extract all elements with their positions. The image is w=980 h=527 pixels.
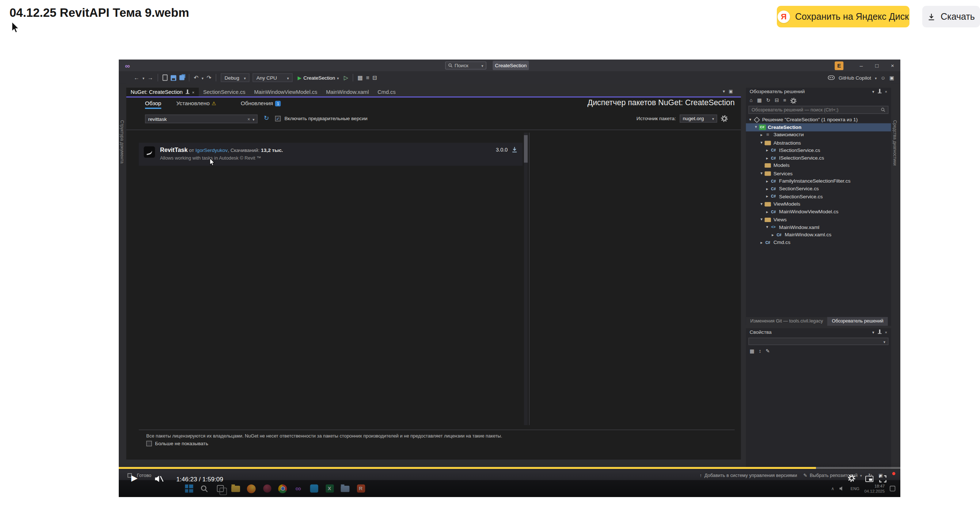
tree-item[interactable]: SelectionService.cs (746, 192, 891, 200)
player-settings-icon[interactable] (848, 475, 855, 482)
chevron-down-icon[interactable]: ▾ (253, 117, 254, 121)
revit-icon[interactable] (356, 484, 365, 493)
excel-icon[interactable] (325, 484, 334, 493)
tree-item[interactable]: MainWindowViewModel.cs (746, 208, 891, 216)
close-panel-icon[interactable]: × (885, 89, 887, 94)
diagnostic-tools-tab[interactable]: Средства диагностики (892, 120, 897, 165)
splitter[interactable] (529, 133, 530, 425)
start-without-debugging-icon[interactable]: ▷ (344, 75, 348, 81)
expander-icon[interactable] (759, 140, 764, 145)
close-tab-icon[interactable]: × (192, 90, 194, 94)
tree-item[interactable]: Abstractions (746, 139, 891, 146)
tree-item[interactable]: FamilyInstanceSelectionFilter.cs (746, 177, 891, 185)
expander-icon[interactable] (770, 232, 775, 237)
tree-item[interactable]: Зависимости (746, 131, 891, 139)
redo-icon[interactable]: ↷ (207, 75, 212, 81)
chevron-down-icon[interactable]: ▾ (872, 330, 874, 335)
refresh-icon[interactable]: ↻ (766, 97, 770, 103)
expander-icon[interactable] (759, 240, 764, 245)
home-icon[interactable]: ⌂ (750, 97, 753, 103)
task-view-icon[interactable] (216, 484, 224, 493)
expander-icon[interactable] (765, 194, 770, 199)
expander-icon[interactable] (765, 179, 770, 184)
pin-icon[interactable] (185, 89, 189, 95)
toolbar-collapse-icon[interactable]: ⊟ (372, 75, 377, 81)
visual-studio-icon[interactable]: ∞ (294, 484, 302, 493)
float-window-icon[interactable]: ▣ (729, 89, 733, 94)
chevron-down-icon[interactable]: ▾ (723, 89, 725, 94)
video-player[interactable]: ∞ Поиск ▾ CreateSection E – □ × (119, 60, 900, 497)
expander-icon[interactable] (765, 209, 770, 214)
package-list-scrollbar[interactable] (524, 133, 528, 425)
tree-item[interactable]: Views (746, 216, 891, 224)
firefox-icon[interactable] (247, 484, 256, 493)
prerelease-checkbox[interactable]: ✓ (275, 116, 281, 121)
toolbar-lines-icon[interactable]: ≡ (366, 75, 369, 81)
navigate-forward-icon[interactable]: → (148, 75, 153, 81)
configuration-dropdown[interactable]: Debug ▾ (221, 73, 250, 82)
clear-search-icon[interactable]: × (247, 117, 250, 121)
expander-icon[interactable] (765, 148, 770, 153)
package-search-input[interactable]: revittask × ▾ (145, 115, 258, 124)
document-tab[interactable]: NuGet: CreateSection × (126, 88, 199, 97)
undo-icon[interactable]: ↶ (194, 75, 199, 81)
toolbar-grid-icon[interactable]: ▦ (358, 75, 363, 81)
picture-in-picture-icon[interactable] (865, 476, 873, 482)
chevron-down-icon[interactable]: ▾ (875, 76, 877, 80)
tree-item[interactable]: SectionService.cs (746, 185, 891, 192)
pin-icon[interactable] (877, 329, 882, 335)
document-outline-tab[interactable]: Структура документа (120, 120, 124, 163)
install-package-icon[interactable] (512, 146, 518, 152)
fullscreen-icon[interactable] (879, 475, 887, 483)
close-panel-icon[interactable]: × (885, 330, 887, 335)
action-center-icon[interactable] (890, 486, 895, 491)
tool-window-tab[interactable]: Обозреватель решений (827, 317, 888, 326)
tree-item[interactable]: Models (746, 162, 891, 170)
platform-dropdown[interactable]: Any CPU ▾ (253, 73, 293, 82)
expander-icon[interactable] (765, 156, 770, 161)
vs-search-box[interactable]: Поиск ▾ (445, 61, 486, 69)
expander-icon[interactable] (759, 202, 764, 207)
save-icon[interactable] (171, 75, 176, 80)
folder-icon[interactable] (340, 484, 349, 493)
tray-chevron-icon[interactable]: ∧ (831, 486, 834, 491)
tree-item[interactable]: MainWindow.xaml (746, 224, 891, 231)
tool-window-tab[interactable]: Изменения Git — tools.civil.legacy (746, 317, 827, 326)
package-author-link[interactable]: IgorSerdyukov (196, 148, 228, 153)
close-button[interactable]: × (885, 60, 900, 71)
solution-explorer-search[interactable]: Обозреватель решений — поиск (Ctrl+;) (748, 106, 888, 114)
mute-icon[interactable] (154, 475, 164, 483)
notifications-icon[interactable]: ▣ (889, 75, 894, 80)
play-button[interactable]: ▶ (131, 473, 137, 483)
gear-icon[interactable] (721, 115, 728, 122)
expander-icon[interactable] (759, 133, 764, 138)
copilot-label[interactable]: GitHub Copilot (838, 75, 871, 80)
expander-icon[interactable] (765, 186, 770, 191)
tray-language[interactable]: ENG (851, 486, 859, 491)
download-button[interactable]: Скачать (922, 6, 980, 27)
expander-icon[interactable] (765, 225, 770, 230)
account-badge[interactable]: E (835, 61, 843, 70)
package-list-item[interactable]: RevitTask от IgorSerdyukov , Скачиваний:… (139, 143, 523, 166)
expander-icon[interactable] (754, 125, 759, 130)
nuget-tab-browse[interactable]: Обзор (145, 100, 161, 109)
sort-icon[interactable]: ↕ (759, 348, 762, 354)
save-to-yandex-disk-button[interactable]: Я Сохранить на Яндекс Диск (777, 6, 910, 27)
package-source-dropdown[interactable]: nuget.org ▾ (679, 115, 717, 123)
gear-icon[interactable] (791, 97, 797, 104)
tree-item[interactable]: MainWindow.xaml.cs (746, 231, 891, 239)
collapse-all-icon[interactable]: ⊟ (775, 97, 779, 103)
document-tab[interactable]: MainWindow.xaml × (321, 88, 373, 97)
new-file-icon[interactable] (162, 75, 168, 81)
windows-start-icon[interactable] (185, 484, 193, 493)
chevron-down-icon[interactable]: ▾ (202, 76, 204, 80)
expander-icon[interactable] (759, 171, 764, 176)
categorized-icon[interactable]: ▦ (750, 348, 754, 354)
navigate-back-icon[interactable]: ← (134, 75, 139, 81)
grid-icon[interactable]: ▦ (757, 97, 762, 103)
pin-icon[interactable] (877, 89, 882, 94)
tray-speaker-icon[interactable] (839, 486, 846, 491)
save-all-icon[interactable] (180, 75, 185, 80)
chevron-down-icon[interactable]: ▾ (143, 76, 144, 80)
chrome-icon[interactable] (278, 484, 287, 493)
